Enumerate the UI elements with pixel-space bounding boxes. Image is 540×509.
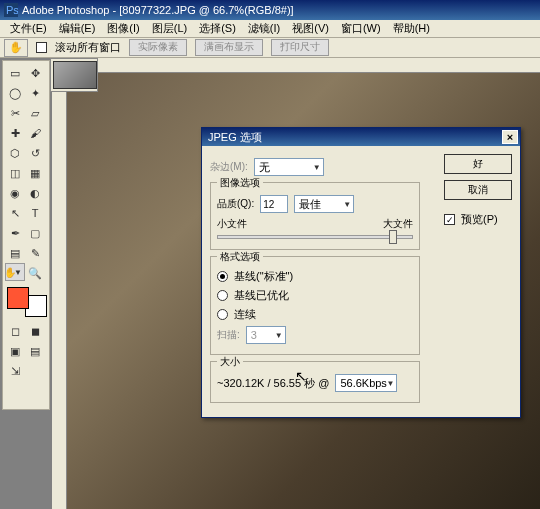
preview-checkbox[interactable]: ✓ bbox=[444, 214, 455, 225]
app-titlebar: Ps Adobe Photoshop - [80977322.JPG @ 66.… bbox=[0, 0, 540, 20]
color-swatch[interactable] bbox=[7, 287, 47, 317]
dialog-title: JPEG 选项 bbox=[208, 130, 262, 145]
ok-button[interactable]: 好 bbox=[444, 154, 512, 174]
large-file-label: 大文件 bbox=[383, 217, 413, 231]
shape-tool-icon[interactable]: ▢ bbox=[25, 223, 45, 243]
matte-select[interactable]: 无 bbox=[254, 158, 324, 176]
svg-text:Ps: Ps bbox=[6, 4, 18, 16]
marquee-tool-icon[interactable]: ▭ bbox=[5, 63, 25, 83]
crop-tool-icon[interactable]: ✂ bbox=[5, 103, 25, 123]
screenmode2-icon[interactable]: ▤ bbox=[25, 341, 45, 361]
gradient-tool-icon[interactable]: ▦ bbox=[25, 163, 45, 183]
jpeg-options-dialog: JPEG 选项 × 好 取消 ✓ 预览(P) 杂边(M): 无 图像选项 品质(… bbox=[201, 127, 521, 418]
quickmask-icon[interactable]: ◼ bbox=[25, 321, 45, 341]
eraser-tool-icon[interactable]: ◫ bbox=[5, 163, 25, 183]
small-file-label: 小文件 bbox=[217, 217, 247, 231]
heal-tool-icon[interactable]: ✚ bbox=[5, 123, 25, 143]
scans-label: 扫描: bbox=[217, 328, 240, 342]
dialog-titlebar[interactable]: JPEG 选项 × bbox=[202, 128, 520, 146]
cancel-button[interactable]: 取消 bbox=[444, 180, 512, 200]
image-options-label: 图像选项 bbox=[217, 176, 263, 190]
menu-select[interactable]: 选择(S) bbox=[193, 21, 242, 36]
scroll-all-label: 滚动所有窗口 bbox=[55, 40, 121, 55]
fg-color[interactable] bbox=[7, 287, 29, 309]
menu-filter[interactable]: 滤镜(I) bbox=[242, 21, 286, 36]
menu-layer[interactable]: 图层(L) bbox=[146, 21, 193, 36]
app-icon: Ps bbox=[4, 3, 18, 17]
print-size-button[interactable]: 打印尺寸 bbox=[271, 39, 329, 56]
scroll-all-checkbox[interactable] bbox=[36, 42, 47, 53]
actual-pixels-button[interactable]: 实际像素 bbox=[129, 39, 187, 56]
slice-tool-icon[interactable]: ▱ bbox=[25, 103, 45, 123]
baseline-standard-label: 基线("标准") bbox=[234, 269, 293, 284]
menu-view[interactable]: 视图(V) bbox=[286, 21, 335, 36]
baseline-optimized-radio[interactable] bbox=[217, 290, 228, 301]
ruler-vertical bbox=[52, 73, 67, 509]
progressive-radio[interactable] bbox=[217, 309, 228, 320]
jump-to-icon[interactable]: ⇲ bbox=[5, 361, 25, 381]
quality-label: 品质(Q): bbox=[217, 197, 254, 211]
bps-select[interactable]: 56.6Kbps bbox=[335, 374, 397, 392]
quality-input[interactable] bbox=[260, 195, 288, 213]
size-text: ~320.12K / 56.55 秒 @ bbox=[217, 376, 329, 391]
slider-thumb[interactable] bbox=[389, 230, 397, 244]
baseline-optimized-label: 基线已优化 bbox=[234, 288, 289, 303]
ruler-horizontal bbox=[67, 58, 540, 73]
menubar: 文件(E) 编辑(E) 图像(I) 图层(L) 选择(S) 滤镜(I) 视图(V… bbox=[0, 20, 540, 38]
history-brush-icon[interactable]: ↺ bbox=[25, 143, 45, 163]
progressive-label: 连续 bbox=[234, 307, 256, 322]
quality-preset-select[interactable]: 最佳 bbox=[294, 195, 354, 213]
screenmode1-icon[interactable]: ▣ bbox=[5, 341, 25, 361]
menu-window[interactable]: 窗口(W) bbox=[335, 21, 387, 36]
brush-tool-icon[interactable]: 🖌 bbox=[25, 123, 45, 143]
matte-label: 杂边(M): bbox=[210, 160, 248, 174]
pen-tool-icon[interactable]: ✒ bbox=[5, 223, 25, 243]
mask-mode-icon[interactable]: ◻ bbox=[5, 321, 25, 341]
preview-label: 预览(P) bbox=[461, 212, 498, 227]
stamp-tool-icon[interactable]: ⬡ bbox=[5, 143, 25, 163]
format-options-label: 格式选项 bbox=[217, 250, 263, 264]
menu-help[interactable]: 帮助(H) bbox=[387, 21, 436, 36]
hand-tool-icon-tb[interactable]: ✋ bbox=[5, 263, 25, 281]
baseline-standard-radio[interactable] bbox=[217, 271, 228, 282]
thumbnail-panel[interactable] bbox=[50, 58, 98, 92]
move-tool-icon[interactable]: ✥ bbox=[25, 63, 45, 83]
quality-slider[interactable] bbox=[217, 235, 413, 239]
options-bar: ✋ 滚动所有窗口 实际像素 满画布显示 打印尺寸 bbox=[0, 38, 540, 58]
notes-tool-icon[interactable]: ▤ bbox=[5, 243, 25, 263]
path-tool-icon[interactable]: ↖ bbox=[5, 203, 25, 223]
scans-select: 3 bbox=[246, 326, 286, 344]
app-title: Adobe Photoshop - [80977322.JPG @ 66.7%(… bbox=[22, 4, 294, 16]
toolbox: ▭✥ ◯✦ ✂▱ ✚🖌 ⬡↺ ◫▦ ◉◐ ↖T ✒▢ ▤✎ ✋🔍 ◻◼ ▣▤ ⇲ bbox=[2, 60, 50, 410]
dodge-tool-icon[interactable]: ◐ bbox=[25, 183, 45, 203]
zoom-tool-icon[interactable]: 🔍 bbox=[25, 263, 45, 283]
menu-file[interactable]: 文件(E) bbox=[4, 21, 53, 36]
hand-tool-icon[interactable]: ✋ bbox=[4, 39, 28, 57]
thumbnail[interactable] bbox=[53, 61, 97, 89]
type-tool-icon[interactable]: T bbox=[25, 203, 45, 223]
wand-tool-icon[interactable]: ✦ bbox=[25, 83, 45, 103]
menu-image[interactable]: 图像(I) bbox=[101, 21, 145, 36]
size-label: 大小 bbox=[217, 355, 243, 369]
close-icon[interactable]: × bbox=[502, 130, 518, 144]
eyedropper-tool-icon[interactable]: ✎ bbox=[25, 243, 45, 263]
fit-screen-button[interactable]: 满画布显示 bbox=[195, 39, 263, 56]
lasso-tool-icon[interactable]: ◯ bbox=[5, 83, 25, 103]
blur-tool-icon[interactable]: ◉ bbox=[5, 183, 25, 203]
menu-edit[interactable]: 编辑(E) bbox=[53, 21, 102, 36]
